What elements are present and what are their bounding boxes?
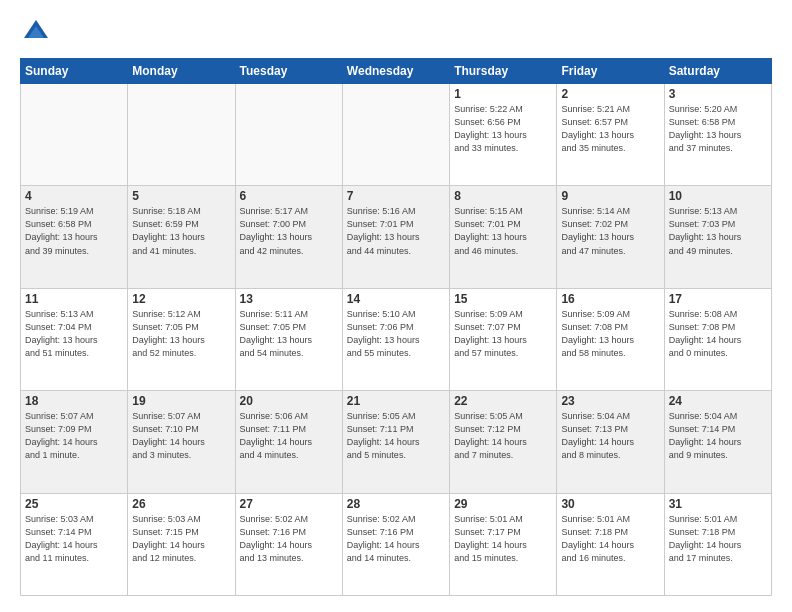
calendar-cell: 4Sunrise: 5:19 AM Sunset: 6:58 PM Daylig… <box>21 186 128 288</box>
day-details: Sunrise: 5:11 AM Sunset: 7:05 PM Dayligh… <box>240 308 338 360</box>
day-number: 23 <box>561 394 659 408</box>
day-details: Sunrise: 5:06 AM Sunset: 7:11 PM Dayligh… <box>240 410 338 462</box>
day-number: 22 <box>454 394 552 408</box>
calendar-cell: 21Sunrise: 5:05 AM Sunset: 7:11 PM Dayli… <box>342 391 449 493</box>
day-number: 3 <box>669 87 767 101</box>
page: SundayMondayTuesdayWednesdayThursdayFrid… <box>0 0 792 612</box>
calendar-cell: 17Sunrise: 5:08 AM Sunset: 7:08 PM Dayli… <box>664 288 771 390</box>
calendar-cell: 11Sunrise: 5:13 AM Sunset: 7:04 PM Dayli… <box>21 288 128 390</box>
day-number: 9 <box>561 189 659 203</box>
day-details: Sunrise: 5:04 AM Sunset: 7:14 PM Dayligh… <box>669 410 767 462</box>
calendar-cell: 7Sunrise: 5:16 AM Sunset: 7:01 PM Daylig… <box>342 186 449 288</box>
header <box>20 16 772 48</box>
calendar-cell: 22Sunrise: 5:05 AM Sunset: 7:12 PM Dayli… <box>450 391 557 493</box>
calendar-cell <box>21 84 128 186</box>
day-number: 20 <box>240 394 338 408</box>
day-number: 29 <box>454 497 552 511</box>
day-number: 4 <box>25 189 123 203</box>
day-number: 18 <box>25 394 123 408</box>
weekday-header-row: SundayMondayTuesdayWednesdayThursdayFrid… <box>21 59 772 84</box>
calendar-cell: 20Sunrise: 5:06 AM Sunset: 7:11 PM Dayli… <box>235 391 342 493</box>
day-details: Sunrise: 5:05 AM Sunset: 7:12 PM Dayligh… <box>454 410 552 462</box>
weekday-friday: Friday <box>557 59 664 84</box>
day-details: Sunrise: 5:01 AM Sunset: 7:18 PM Dayligh… <box>669 513 767 565</box>
weekday-monday: Monday <box>128 59 235 84</box>
day-details: Sunrise: 5:15 AM Sunset: 7:01 PM Dayligh… <box>454 205 552 257</box>
day-details: Sunrise: 5:18 AM Sunset: 6:59 PM Dayligh… <box>132 205 230 257</box>
day-details: Sunrise: 5:10 AM Sunset: 7:06 PM Dayligh… <box>347 308 445 360</box>
day-number: 14 <box>347 292 445 306</box>
weekday-wednesday: Wednesday <box>342 59 449 84</box>
day-number: 16 <box>561 292 659 306</box>
day-details: Sunrise: 5:19 AM Sunset: 6:58 PM Dayligh… <box>25 205 123 257</box>
calendar-cell: 10Sunrise: 5:13 AM Sunset: 7:03 PM Dayli… <box>664 186 771 288</box>
day-number: 28 <box>347 497 445 511</box>
day-details: Sunrise: 5:01 AM Sunset: 7:17 PM Dayligh… <box>454 513 552 565</box>
day-number: 2 <box>561 87 659 101</box>
weekday-sunday: Sunday <box>21 59 128 84</box>
day-details: Sunrise: 5:16 AM Sunset: 7:01 PM Dayligh… <box>347 205 445 257</box>
calendar-cell: 2Sunrise: 5:21 AM Sunset: 6:57 PM Daylig… <box>557 84 664 186</box>
calendar-cell: 5Sunrise: 5:18 AM Sunset: 6:59 PM Daylig… <box>128 186 235 288</box>
day-number: 25 <box>25 497 123 511</box>
day-details: Sunrise: 5:22 AM Sunset: 6:56 PM Dayligh… <box>454 103 552 155</box>
day-details: Sunrise: 5:07 AM Sunset: 7:10 PM Dayligh… <box>132 410 230 462</box>
calendar-cell <box>342 84 449 186</box>
calendar-cell: 24Sunrise: 5:04 AM Sunset: 7:14 PM Dayli… <box>664 391 771 493</box>
day-number: 30 <box>561 497 659 511</box>
day-number: 7 <box>347 189 445 203</box>
weekday-saturday: Saturday <box>664 59 771 84</box>
calendar-cell: 12Sunrise: 5:12 AM Sunset: 7:05 PM Dayli… <box>128 288 235 390</box>
day-details: Sunrise: 5:05 AM Sunset: 7:11 PM Dayligh… <box>347 410 445 462</box>
day-number: 19 <box>132 394 230 408</box>
week-row-5: 25Sunrise: 5:03 AM Sunset: 7:14 PM Dayli… <box>21 493 772 595</box>
day-details: Sunrise: 5:13 AM Sunset: 7:04 PM Dayligh… <box>25 308 123 360</box>
day-details: Sunrise: 5:04 AM Sunset: 7:13 PM Dayligh… <box>561 410 659 462</box>
day-details: Sunrise: 5:02 AM Sunset: 7:16 PM Dayligh… <box>347 513 445 565</box>
day-number: 26 <box>132 497 230 511</box>
calendar-cell: 23Sunrise: 5:04 AM Sunset: 7:13 PM Dayli… <box>557 391 664 493</box>
week-row-1: 1Sunrise: 5:22 AM Sunset: 6:56 PM Daylig… <box>21 84 772 186</box>
day-number: 6 <box>240 189 338 203</box>
calendar-cell <box>235 84 342 186</box>
day-details: Sunrise: 5:01 AM Sunset: 7:18 PM Dayligh… <box>561 513 659 565</box>
week-row-4: 18Sunrise: 5:07 AM Sunset: 7:09 PM Dayli… <box>21 391 772 493</box>
calendar-cell: 1Sunrise: 5:22 AM Sunset: 6:56 PM Daylig… <box>450 84 557 186</box>
calendar-cell: 15Sunrise: 5:09 AM Sunset: 7:07 PM Dayli… <box>450 288 557 390</box>
day-details: Sunrise: 5:13 AM Sunset: 7:03 PM Dayligh… <box>669 205 767 257</box>
weekday-thursday: Thursday <box>450 59 557 84</box>
day-details: Sunrise: 5:03 AM Sunset: 7:15 PM Dayligh… <box>132 513 230 565</box>
day-number: 21 <box>347 394 445 408</box>
calendar-cell: 25Sunrise: 5:03 AM Sunset: 7:14 PM Dayli… <box>21 493 128 595</box>
day-number: 5 <box>132 189 230 203</box>
day-number: 31 <box>669 497 767 511</box>
day-details: Sunrise: 5:14 AM Sunset: 7:02 PM Dayligh… <box>561 205 659 257</box>
day-number: 11 <box>25 292 123 306</box>
calendar-cell: 14Sunrise: 5:10 AM Sunset: 7:06 PM Dayli… <box>342 288 449 390</box>
calendar-cell: 8Sunrise: 5:15 AM Sunset: 7:01 PM Daylig… <box>450 186 557 288</box>
calendar-cell: 31Sunrise: 5:01 AM Sunset: 7:18 PM Dayli… <box>664 493 771 595</box>
calendar-cell: 13Sunrise: 5:11 AM Sunset: 7:05 PM Dayli… <box>235 288 342 390</box>
day-details: Sunrise: 5:03 AM Sunset: 7:14 PM Dayligh… <box>25 513 123 565</box>
calendar-table: SundayMondayTuesdayWednesdayThursdayFrid… <box>20 58 772 596</box>
calendar-cell: 30Sunrise: 5:01 AM Sunset: 7:18 PM Dayli… <box>557 493 664 595</box>
calendar-cell: 18Sunrise: 5:07 AM Sunset: 7:09 PM Dayli… <box>21 391 128 493</box>
calendar-cell: 26Sunrise: 5:03 AM Sunset: 7:15 PM Dayli… <box>128 493 235 595</box>
day-details: Sunrise: 5:09 AM Sunset: 7:07 PM Dayligh… <box>454 308 552 360</box>
day-number: 8 <box>454 189 552 203</box>
week-row-2: 4Sunrise: 5:19 AM Sunset: 6:58 PM Daylig… <box>21 186 772 288</box>
day-details: Sunrise: 5:09 AM Sunset: 7:08 PM Dayligh… <box>561 308 659 360</box>
logo <box>20 16 58 48</box>
day-number: 27 <box>240 497 338 511</box>
day-number: 1 <box>454 87 552 101</box>
calendar-cell: 28Sunrise: 5:02 AM Sunset: 7:16 PM Dayli… <box>342 493 449 595</box>
day-number: 17 <box>669 292 767 306</box>
day-details: Sunrise: 5:08 AM Sunset: 7:08 PM Dayligh… <box>669 308 767 360</box>
day-number: 15 <box>454 292 552 306</box>
day-number: 24 <box>669 394 767 408</box>
calendar-cell: 16Sunrise: 5:09 AM Sunset: 7:08 PM Dayli… <box>557 288 664 390</box>
day-number: 10 <box>669 189 767 203</box>
calendar-cell: 19Sunrise: 5:07 AM Sunset: 7:10 PM Dayli… <box>128 391 235 493</box>
calendar-cell: 29Sunrise: 5:01 AM Sunset: 7:17 PM Dayli… <box>450 493 557 595</box>
logo-icon <box>20 16 52 48</box>
